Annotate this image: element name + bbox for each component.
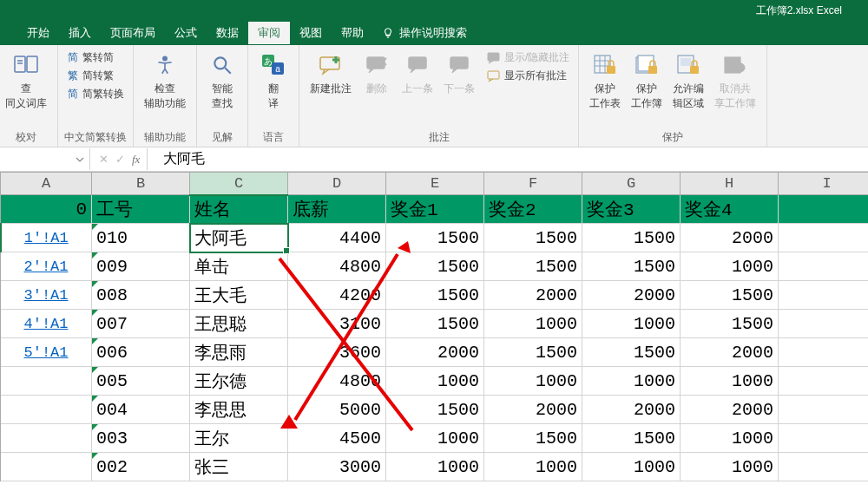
cell[interactable]: 4800 — [288, 367, 386, 396]
cell[interactable]: 3'!A1 — [1, 281, 92, 310]
tab-data[interactable]: 数据 — [207, 22, 248, 44]
cell[interactable]: 1500 — [386, 396, 484, 424]
simp-to-trad-button[interactable]: 繁简转繁 — [67, 69, 124, 83]
tab-view[interactable]: 视图 — [290, 22, 332, 44]
cell[interactable] — [1, 424, 92, 453]
accept-formula-icon[interactable]: ✓ — [115, 153, 125, 166]
trad-to-simp-button[interactable]: 简繁转简 — [67, 50, 124, 65]
cell[interactable]: 2000 — [582, 281, 681, 310]
cell[interactable]: 008 — [92, 281, 190, 310]
cell[interactable]: 1000 — [484, 367, 582, 396]
cell[interactable]: 1000 — [386, 367, 484, 396]
cell[interactable]: 单击 — [190, 252, 288, 281]
tab-insert[interactable]: 插入 — [59, 22, 101, 44]
cell[interactable]: 1000 — [681, 252, 779, 281]
cell[interactable] — [779, 396, 869, 424]
col-header[interactable]: B — [92, 173, 190, 195]
translate-button[interactable]: あa 翻 译 — [253, 49, 293, 113]
col-header[interactable]: D — [288, 173, 386, 195]
tab-help[interactable]: 帮助 — [332, 22, 373, 44]
cell[interactable]: 2000 — [681, 396, 779, 424]
tell-me-search[interactable]: 操作说明搜索 — [382, 25, 467, 41]
cell[interactable]: 1500 — [582, 224, 681, 252]
name-box[interactable] — [0, 148, 90, 170]
cell[interactable]: 002 — [92, 453, 190, 481]
protect-workbook-button[interactable]: 保护 工作簿 — [626, 49, 667, 113]
column-header-cell[interactable]: 奖金2 — [484, 195, 582, 224]
cell[interactable]: 1500 — [484, 424, 582, 453]
allow-edit-ranges-button[interactable]: 允许编 辑区域 — [667, 49, 709, 113]
column-header-cell[interactable]: 奖金4 — [681, 195, 779, 224]
cell[interactable]: 0 — [1, 195, 92, 224]
cell[interactable]: 2000 — [582, 396, 681, 424]
cell[interactable]: 3600 — [288, 338, 386, 367]
spreadsheet-grid[interactable]: ABCDEFGHI0工号姓名底薪奖金1奖金2奖金3奖金41'!A1010大阿毛4… — [0, 172, 868, 481]
column-header-cell[interactable]: 奖金1 — [386, 195, 484, 224]
proofing-check-button[interactable]: 查 同义词库 — [0, 49, 52, 113]
cell[interactable]: 1500 — [582, 252, 681, 281]
col-header[interactable]: I — [779, 173, 869, 195]
cell[interactable]: 1'!A1 — [1, 224, 92, 252]
cell[interactable]: 004 — [92, 396, 190, 424]
cell[interactable]: 3100 — [288, 310, 386, 338]
cell[interactable] — [779, 453, 869, 481]
tab-formulas[interactable]: 公式 — [165, 22, 207, 44]
cell[interactable] — [779, 367, 869, 396]
cell[interactable]: 1000 — [582, 367, 681, 396]
cell[interactable]: 1000 — [386, 424, 484, 453]
new-comment-button[interactable]: 新建批注 — [305, 49, 357, 98]
fx-icon[interactable]: fx — [132, 148, 148, 170]
cell[interactable]: 李思雨 — [190, 338, 288, 367]
cell[interactable]: 1500 — [484, 338, 582, 367]
cell[interactable]: 1500 — [582, 424, 681, 453]
cell[interactable] — [779, 195, 869, 224]
cell[interactable]: 3000 — [288, 453, 386, 481]
cell[interactable]: 1500 — [484, 224, 582, 252]
cell[interactable]: 010 — [92, 224, 190, 252]
cell[interactable]: 4200 — [288, 281, 386, 310]
cell[interactable]: 李思思 — [190, 396, 288, 424]
cell[interactable]: 2000 — [484, 396, 582, 424]
cell[interactable]: 1500 — [386, 252, 484, 281]
cell[interactable]: 4500 — [288, 424, 386, 453]
cell[interactable] — [779, 424, 869, 453]
cell[interactable] — [779, 224, 869, 252]
cell[interactable]: 1500 — [582, 338, 681, 367]
cell[interactable] — [1, 396, 92, 424]
cell[interactable]: 张三 — [190, 453, 288, 481]
cell[interactable]: 2000 — [681, 224, 779, 252]
col-header[interactable]: H — [681, 173, 779, 195]
cell[interactable]: 5'!A1 — [1, 338, 92, 367]
cell[interactable] — [779, 338, 869, 367]
cell[interactable]: 1500 — [386, 310, 484, 338]
column-header-cell[interactable]: 底薪 — [288, 195, 386, 224]
col-header[interactable]: G — [582, 173, 681, 195]
cell[interactable]: 1500 — [386, 281, 484, 310]
cell[interactable]: 007 — [92, 310, 190, 338]
cell[interactable]: 5000 — [288, 396, 386, 424]
column-header-cell[interactable]: 奖金3 — [582, 195, 681, 224]
cell[interactable]: 王尔德 — [190, 367, 288, 396]
tab-review[interactable]: 审阅 — [248, 22, 290, 44]
cell[interactable] — [779, 310, 869, 338]
cell[interactable]: 1500 — [484, 252, 582, 281]
cell[interactable] — [779, 281, 869, 310]
cell[interactable]: 009 — [92, 252, 190, 281]
col-header[interactable]: F — [484, 173, 582, 195]
cell[interactable] — [1, 367, 92, 396]
check-accessibility-button[interactable]: 检查 辅助功能 — [139, 49, 191, 113]
smart-lookup-button[interactable]: 智能 查找 — [202, 49, 242, 113]
cell[interactable]: 1000 — [582, 310, 681, 338]
col-header[interactable]: E — [386, 173, 484, 195]
cancel-formula-icon[interactable]: ✕ — [99, 153, 108, 166]
cell[interactable]: 1000 — [582, 453, 681, 481]
tab-layout[interactable]: 页面布局 — [101, 22, 165, 44]
column-header-cell[interactable]: 工号 — [92, 195, 190, 224]
cell[interactable]: 2000 — [484, 281, 582, 310]
cell[interactable] — [1, 453, 92, 481]
cell[interactable] — [779, 252, 869, 281]
cell[interactable]: 1000 — [386, 453, 484, 481]
col-header[interactable]: C — [190, 173, 288, 195]
cell[interactable]: 1000 — [681, 453, 779, 481]
cell[interactable]: 1500 — [681, 310, 779, 338]
